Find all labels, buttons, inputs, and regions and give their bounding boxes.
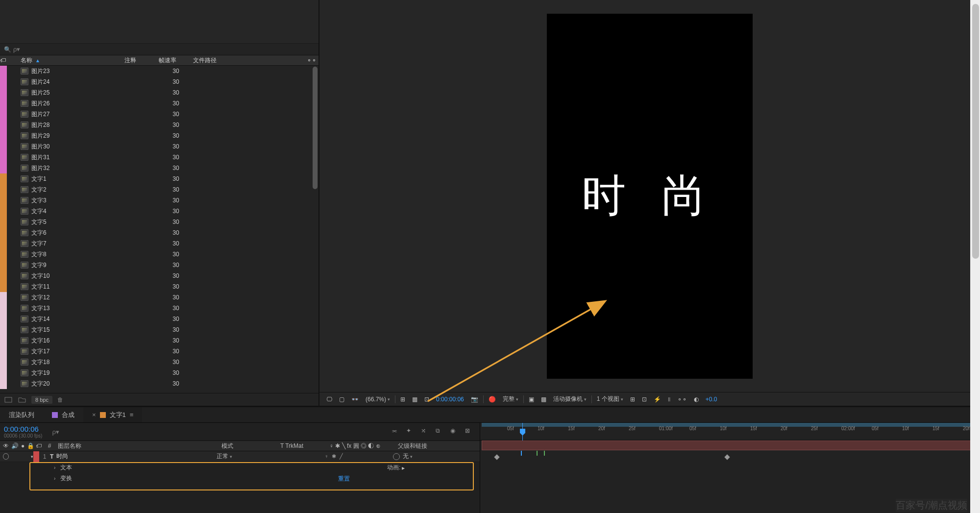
project-item-row[interactable]: 文字2 30 — [0, 184, 318, 195]
mode-column[interactable]: 模式 — [221, 442, 280, 450]
panel-menu-icon[interactable]: ≡ — [130, 411, 134, 418]
graph-editor-icon[interactable]: ⊠ — [465, 427, 474, 436]
project-item-row[interactable]: 文字11 30 — [0, 281, 318, 292]
tab-composition[interactable]: 合成 — [43, 407, 83, 422]
project-item-row[interactable]: 文字10 30 — [0, 270, 318, 281]
project-item-row[interactable]: 文字7 30 — [0, 238, 318, 249]
project-item-row[interactable]: 文字5 30 — [0, 217, 318, 227]
scrollbar-thumb[interactable] — [972, 4, 979, 259]
layer-name-text[interactable]: 时尚 — [56, 452, 68, 461]
frame-blend-icon[interactable]: ⧉ — [436, 427, 444, 436]
exposure-reset-icon[interactable]: ◐ — [692, 396, 701, 403]
flowchart-icon[interactable]: ⚬⚬ — [305, 57, 318, 64]
item-color-label[interactable] — [0, 335, 7, 346]
flowchart-button-icon[interactable]: ⚬⚬ — [675, 396, 689, 403]
marker-green[interactable] — [544, 451, 545, 456]
project-item-row[interactable]: 文字9 30 — [0, 260, 318, 270]
draft3d-icon[interactable]: ✦ — [406, 427, 415, 436]
item-color-label[interactable] — [0, 130, 7, 141]
item-color-label[interactable] — [0, 227, 7, 238]
item-color-label[interactable] — [0, 249, 7, 260]
item-color-label[interactable] — [0, 217, 7, 227]
project-item-row[interactable]: 图片24 30 — [0, 76, 318, 87]
item-color-label[interactable] — [0, 87, 7, 98]
layer-row-1[interactable]: ▾ 1 T时尚 正常 ♀ ✱ ╱ 无 — [0, 451, 480, 462]
shy-icon[interactable]: ⤨ — [421, 427, 430, 436]
project-item-row[interactable]: 图片30 30 — [0, 141, 318, 152]
column-fps[interactable]: 帧速率 — [159, 56, 193, 65]
guides-icon[interactable]: ⊡ — [422, 396, 431, 403]
safe-zones-icon[interactable]: ⊞ — [398, 396, 407, 403]
viewer-area[interactable]: 时 尚 — [319, 0, 980, 392]
video-column-icon[interactable]: 👁 — [3, 442, 9, 449]
keyframe-icon[interactable] — [724, 454, 730, 460]
item-color-label[interactable] — [0, 270, 7, 281]
tab-render-queue[interactable]: 渲染队列 — [0, 407, 43, 422]
snapshot-icon[interactable]: 📷 — [469, 396, 480, 403]
project-item-row[interactable]: 文字4 30 — [0, 206, 318, 217]
column-filepath[interactable]: 文件路径 — [193, 56, 305, 65]
layer-name-column[interactable]: 图层名称 — [55, 442, 221, 450]
item-color-label[interactable] — [0, 66, 7, 76]
parent-dropdown[interactable]: 无 — [403, 452, 413, 461]
project-item-row[interactable]: 图片29 30 — [0, 130, 318, 141]
item-color-label[interactable] — [0, 281, 7, 292]
keyframe-icon[interactable] — [494, 454, 499, 460]
project-item-row[interactable]: 文字16 30 — [0, 335, 318, 346]
alpha-icon[interactable]: ▢ — [337, 396, 346, 403]
item-color-label[interactable] — [0, 303, 7, 314]
chevron-right-icon[interactable]: › — [54, 465, 55, 470]
item-color-label[interactable] — [0, 109, 7, 120]
resolution-dropdown[interactable]: 完整 — [501, 395, 520, 403]
timeline-search-input[interactable] — [52, 428, 386, 436]
project-item-row[interactable]: 文字12 30 — [0, 292, 318, 303]
roi-icon[interactable]: ▣ — [527, 396, 536, 403]
project-item-row[interactable]: 图片31 30 — [0, 152, 318, 163]
item-color-label[interactable] — [0, 292, 7, 303]
fast-preview-icon[interactable]: ⚡ — [652, 396, 663, 403]
pickwhip-icon[interactable] — [393, 453, 400, 460]
transparency-grid-icon[interactable]: ▩ — [539, 396, 548, 403]
magnification-icon[interactable]: 🖵 — [324, 396, 334, 403]
item-color-label[interactable] — [0, 195, 7, 206]
marker-green[interactable] — [537, 451, 538, 456]
interpret-footage-icon[interactable] — [4, 396, 13, 404]
project-item-row[interactable]: 文字18 30 — [0, 357, 318, 367]
project-item-row[interactable]: 文字17 30 — [0, 346, 318, 357]
timeline-timecode[interactable]: 0:00:00:06 — [4, 425, 42, 433]
views-dropdown[interactable]: 1 个视图 — [595, 395, 625, 403]
project-items-list[interactable]: 图片23 30 图片24 30 图片25 30 图片26 30 图片27 30 … — [0, 66, 318, 393]
item-color-label[interactable] — [0, 120, 7, 130]
timeline-icon[interactable]: ⫴ — [666, 396, 672, 403]
project-item-row[interactable]: 图片28 30 — [0, 120, 318, 130]
item-color-label[interactable] — [0, 141, 7, 152]
project-item-row[interactable]: 文字8 30 — [0, 249, 318, 260]
audio-column-icon[interactable]: 🔊 — [11, 442, 19, 449]
project-item-row[interactable]: 文字15 30 — [0, 324, 318, 335]
item-color-label[interactable] — [0, 76, 7, 87]
label-column-icon[interactable]: 🏷 — [33, 442, 44, 449]
project-item-row[interactable]: 文字3 30 — [0, 195, 318, 206]
layers-header[interactable]: 👁 🔊 ● 🔒 🏷 # 图层名称 模式 T TrkMat ♀ ✱ ╲ fx 圓 … — [0, 440, 480, 451]
item-color-label[interactable] — [0, 324, 7, 335]
project-item-row[interactable]: 文字13 30 — [0, 303, 318, 314]
view-layout-icon[interactable]: ⊞ — [628, 396, 637, 403]
zoom-dropdown[interactable]: (66.7%) — [364, 396, 392, 403]
bit-depth-toggle[interactable]: 8 bpc — [31, 396, 52, 404]
project-item-row[interactable]: 文字1 30 — [0, 173, 318, 184]
pixel-aspect-icon[interactable]: ⊡ — [640, 396, 649, 403]
solo-column-icon[interactable]: ● — [21, 442, 24, 449]
item-color-label[interactable] — [0, 260, 7, 270]
item-color-label[interactable] — [0, 152, 7, 163]
project-item-row[interactable]: 文字14 30 — [0, 314, 318, 324]
layer-switches[interactable]: ♀ ✱ ╱ — [324, 453, 393, 460]
color-mgmt-icon[interactable]: 🔴 — [487, 396, 498, 403]
item-color-label[interactable] — [0, 184, 7, 195]
motion-blur-icon[interactable]: ◉ — [450, 427, 459, 436]
item-color-label[interactable] — [0, 173, 7, 184]
number-column[interactable]: # — [44, 442, 55, 449]
project-scrollbar[interactable] — [313, 67, 318, 189]
eye-icon[interactable] — [3, 453, 9, 460]
item-color-label[interactable] — [0, 98, 7, 109]
item-color-label[interactable] — [0, 346, 7, 357]
